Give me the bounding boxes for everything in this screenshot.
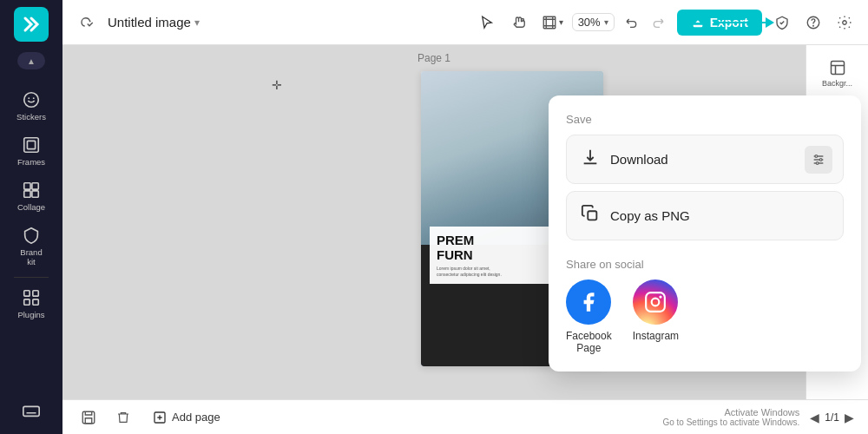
topbar-right-icons: [769, 10, 858, 36]
svg-point-23: [816, 161, 819, 164]
page-navigation: ◀ 1/1 ▶: [810, 411, 854, 424]
download-settings-icon[interactable]: [805, 146, 832, 174]
svg-point-27: [660, 295, 662, 298]
popup-divider: [566, 247, 844, 258]
svg-point-16: [813, 25, 814, 26]
sidebar-item-collage[interactable]: Collage: [0, 174, 62, 219]
sidebar-item-keyboard[interactable]: [18, 394, 44, 427]
sidebar-item-brand-kit[interactable]: Brand kit: [0, 219, 62, 273]
svg-point-21: [815, 155, 818, 157]
svg-point-22: [819, 158, 822, 161]
zoom-dropdown-arrow: ▾: [604, 17, 608, 27]
frame-tool-btn[interactable]: ▾: [539, 9, 567, 36]
svg-rect-28: [82, 411, 95, 424]
next-page-btn[interactable]: ▶: [845, 411, 854, 424]
main-area: Untitled image ▾: [62, 0, 868, 434]
svg-rect-18: [831, 62, 844, 75]
svg-rect-7: [24, 191, 30, 197]
zoom-control[interactable]: 30% ▾: [572, 13, 615, 31]
right-panel-background[interactable]: Backgr...: [812, 54, 864, 93]
svg-rect-13: [23, 406, 39, 416]
svg-rect-24: [588, 211, 596, 220]
content-row: Page 1 ✛ PREMFURN Lorem ipsum dolor sit …: [62, 45, 868, 399]
download-label: Download: [610, 152, 668, 167]
instagram-label: Instagram: [633, 330, 679, 342]
drag-handle-icon: ✛: [272, 78, 282, 92]
redo-btn[interactable]: [646, 10, 670, 35]
sidebar-collapse-btn[interactable]: ▲: [17, 52, 45, 69]
sidebar-item-plugins[interactable]: Plugins: [0, 281, 62, 326]
svg-point-2: [33, 97, 35, 99]
hand-tool-btn[interactable]: [506, 9, 534, 36]
instagram-icon: [633, 279, 678, 325]
help-icon-btn[interactable]: [800, 10, 826, 36]
page-label: Page 1: [418, 52, 450, 64]
page-indicator: 1/1: [825, 411, 839, 424]
bottom-delete-btn[interactable]: [111, 405, 135, 430]
svg-rect-9: [24, 291, 30, 296]
export-popup: Save Download: [549, 95, 861, 372]
title-dropdown-arrow: ▾: [194, 16, 200, 29]
svg-point-17: [843, 20, 847, 24]
copy-png-button[interactable]: Copy as PNG: [566, 191, 844, 240]
svg-rect-4: [27, 141, 35, 148]
svg-rect-10: [33, 291, 38, 296]
svg-rect-12: [33, 299, 38, 305]
svg-rect-14: [543, 16, 556, 29]
copy-png-icon: [581, 204, 600, 227]
copy-png-label: Copy as PNG: [610, 208, 690, 223]
svg-point-26: [652, 299, 660, 306]
select-tool-btn[interactable]: [473, 9, 501, 36]
facebook-icon: [566, 279, 611, 325]
document-title[interactable]: Untitled image ▾: [108, 15, 200, 30]
sidebar-item-stickers[interactable]: Stickers: [0, 83, 62, 128]
settings-icon-btn[interactable]: [832, 10, 858, 36]
facebook-share-item[interactable]: Facebook Page: [566, 279, 612, 354]
facebook-label: Facebook Page: [566, 330, 612, 354]
bottom-save-btn[interactable]: [76, 405, 101, 430]
sidebar-divider: [14, 277, 49, 278]
topbar: Untitled image ▾: [62, 0, 868, 45]
instagram-share-item[interactable]: Instagram: [633, 279, 679, 354]
social-grid: Facebook Page Instagram: [566, 279, 844, 354]
share-section-title: Share on social: [566, 258, 844, 271]
undo-redo-group: [620, 10, 670, 35]
download-button[interactable]: Download: [566, 135, 844, 184]
add-page-button[interactable]: Add page: [146, 407, 227, 428]
svg-point-1: [28, 97, 30, 99]
sidebar-item-frames[interactable]: Frames: [0, 128, 62, 174]
svg-rect-3: [24, 138, 39, 153]
save-section-title: Save: [566, 113, 844, 126]
svg-rect-11: [24, 299, 30, 305]
prev-page-btn[interactable]: ◀: [810, 411, 819, 424]
activate-windows-text: Activate Windows Go to Settings to activ…: [662, 407, 799, 427]
svg-rect-8: [32, 191, 38, 197]
topbar-tools: ▾ 30% ▾: [473, 9, 670, 36]
sidebar-bottom: [18, 394, 44, 427]
svg-rect-5: [24, 183, 30, 189]
export-arrow-indicator: [713, 17, 774, 28]
svg-rect-6: [32, 183, 38, 189]
download-icon: [581, 148, 600, 171]
sidebar: ▲ Stickers Frames Collage B: [0, 0, 62, 434]
app-logo[interactable]: [14, 7, 49, 42]
undo-btn[interactable]: [620, 10, 644, 35]
save-cloud-btn[interactable]: [73, 9, 101, 36]
bottom-bar: Add page Activate Windows Go to Settings…: [62, 399, 868, 434]
svg-point-0: [24, 93, 39, 108]
svg-rect-25: [647, 293, 666, 312]
